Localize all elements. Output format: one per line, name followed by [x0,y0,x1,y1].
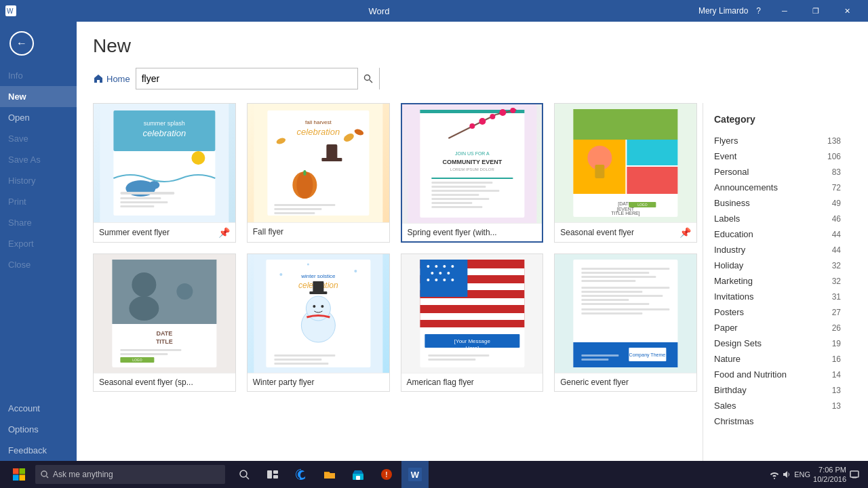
restore-button[interactable]: ❐ [800,0,831,22]
svg-text:LOGO: LOGO [132,358,142,362]
sidebar-item-open[interactable]: Open [0,107,77,128]
category-item-sales[interactable]: Sales 13 [703,398,852,413]
home-link[interactable]: Home [93,73,130,84]
template-label-american: American flag flyer [401,373,543,391]
svg-rect-90 [274,359,321,361]
template-thumb-generic: Company Theme [555,254,696,373]
svg-rect-91 [274,363,328,365]
sidebar-item-history[interactable]: History [0,170,77,191]
svg-point-9 [149,181,159,189]
svg-text:Company Theme: Company Theme [629,352,666,358]
svg-text:W: W [7,7,14,15]
category-item-marketing[interactable]: Marketing 32 [703,273,852,289]
task-view-icon [267,468,279,481]
main-content: New Home [77,22,868,461]
template-card-fall[interactable]: fall harvest celebration [247,103,390,243]
taskbar-search[interactable]: Ask me anything [35,465,225,484]
category-item-posters[interactable]: Posters 27 [703,304,852,320]
category-item-labels[interactable]: Labels 46 [703,211,852,226]
category-item-personal[interactable]: Personal 83 [703,164,852,180]
sidebar-item-new[interactable]: New [0,86,77,107]
back-icon: ← [9,31,34,56]
category-item-birthday[interactable]: Birthday 13 [703,382,852,398]
sidebar-item-options[interactable]: Options [0,419,77,440]
svg-rect-47 [431,194,479,196]
template-thumb-american: [Your Message Here] [401,254,543,373]
category-item-flyers[interactable]: Flyers 138 [703,133,852,148]
svg-rect-58 [595,165,605,178]
svg-point-36 [510,108,515,113]
taskbar-icon-folder[interactable] [316,461,343,488]
taskbar-icon-task-view[interactable] [259,461,286,488]
svg-point-138 [41,471,47,476]
sidebar-item-account[interactable]: Account [0,398,77,419]
svg-text:celebration: celebration [143,128,186,138]
svg-text:COMMUNITY EVENT: COMMUNITY EVENT [442,159,502,165]
template-thumb-summer: summer splash celebration [94,104,235,222]
search-input[interactable] [136,68,357,89]
svg-rect-143 [273,470,278,474]
sidebar-item-export[interactable]: Export [0,233,77,254]
svg-rect-120 [582,276,656,278]
category-item-invitations[interactable]: Invitations 31 [703,289,852,304]
sidebar-item-save-as[interactable]: Save As [0,149,77,170]
windows-logo [12,468,26,481]
back-button[interactable]: ← [5,27,38,60]
sidebar-item-share[interactable]: Share [0,212,77,233]
notification-icon[interactable] [849,469,860,480]
taskbar-icon-edge[interactable] [288,461,315,488]
svg-rect-132 [582,354,619,357]
svg-rect-115 [428,359,475,361]
taskbar-icon-security[interactable]: ! [373,461,400,488]
template-card-seasonal[interactable]: [DATE] [EVENT TITLE HERE] LOGO Seasonal … [554,103,697,243]
category-item-christmas[interactable]: Christmas [703,413,852,429]
home-icon [93,73,104,84]
svg-rect-134 [13,468,19,474]
svg-text:TITLE HERE]: TITLE HERE] [611,211,639,216]
taskbar-icon-search[interactable] [231,461,258,488]
category-item-industry[interactable]: Industry 44 [703,242,852,258]
svg-rect-137 [20,475,26,481]
svg-rect-142 [267,470,272,479]
taskbar-icons: ! W [231,461,429,488]
sidebar-item-feedback[interactable]: Feedback [0,440,77,461]
category-item-design-sets[interactable]: Design Sets 19 [703,336,852,351]
template-card-generic[interactable]: Company Theme Generic event flyer [554,253,697,392]
template-card-american[interactable]: [Your Message Here] American flag flyer [401,253,544,392]
sidebar-item-close[interactable]: Close [0,254,77,275]
taskbar-icon-store[interactable] [344,461,372,488]
svg-point-86 [321,305,323,308]
template-card-summer[interactable]: summer splash celebration [93,103,236,243]
sidebar-item-save[interactable]: Save [0,128,77,149]
svg-point-67 [132,272,156,297]
category-item-business[interactable]: Business 49 [703,195,852,211]
category-item-event[interactable]: Event 106 [703,148,852,164]
start-button[interactable] [3,461,35,488]
sidebar-item-print[interactable]: Print [0,191,77,212]
close-button[interactable]: ✕ [831,0,863,22]
template-card-winter[interactable]: winter solstice celebration [247,253,390,392]
minimize-button[interactable]: ─ [769,0,800,22]
taskbar-lang: ENG [794,470,810,479]
svg-text:DATE: DATE [156,330,172,337]
svg-rect-99 [420,260,467,297]
taskbar: Ask me anything ! W ENG 7:06 PM 10/ [0,461,868,488]
category-item-nature[interactable]: Nature 16 [703,351,852,367]
search-button[interactable] [357,68,379,89]
category-item-announcements[interactable]: Announcements 72 [703,180,852,195]
category-item-food-nutrition[interactable]: Food and Nutrition 14 [703,367,852,382]
taskbar-icon-word[interactable]: W [401,461,429,488]
sidebar-item-info[interactable]: Info [0,65,77,86]
svg-text:LOGO: LOGO [637,203,648,207]
svg-point-100 [427,265,429,268]
sidebar-bottom: Account Options Feedback [0,398,77,461]
templates-grid: summer splash celebration [93,103,697,403]
template-card-seasonal2[interactable]: DATE TITLE LOGO Seasonal event flyer (sp… [93,253,236,392]
category-item-paper[interactable]: Paper 26 [703,320,852,336]
help-button[interactable]: ? [756,6,761,16]
svg-rect-114 [428,354,489,357]
category-item-holiday[interactable]: Holiday 32 [703,258,852,273]
svg-rect-66 [112,260,216,324]
category-item-education[interactable]: Education 44 [703,226,852,242]
template-card-spring[interactable]: JOIN US FOR A COMMUNITY EVENT LOREM IPSU… [401,103,544,243]
